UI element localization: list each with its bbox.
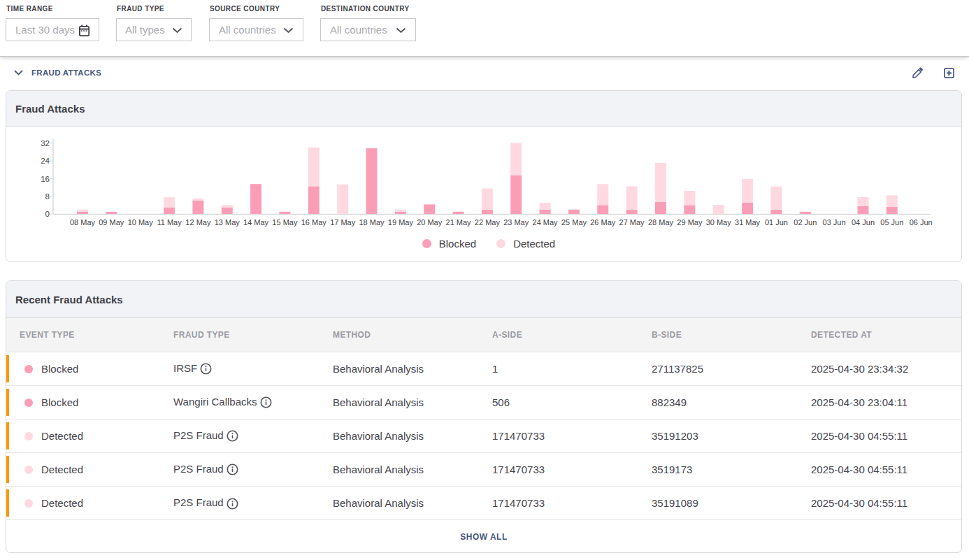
svg-text:08 May: 08 May (70, 218, 96, 227)
svg-text:0: 0 (45, 210, 50, 218)
svg-text:24: 24 (41, 157, 50, 165)
svg-text:18 May: 18 May (359, 218, 385, 227)
svg-text:32: 32 (41, 139, 50, 148)
svg-text:19 May: 19 May (388, 218, 414, 227)
svg-text:15 May: 15 May (272, 218, 298, 227)
svg-text:12 May: 12 May (185, 218, 211, 227)
svg-text:29 May: 29 May (677, 218, 703, 227)
svg-text:26 May: 26 May (590, 218, 616, 227)
svg-text:8: 8 (45, 192, 50, 201)
svg-text:14 May: 14 May (243, 218, 269, 227)
svg-text:13 May: 13 May (215, 218, 241, 227)
svg-text:22 May: 22 May (475, 218, 501, 227)
svg-text:28 May: 28 May (648, 218, 674, 227)
svg-text:20 May: 20 May (417, 218, 443, 227)
svg-text:23 May: 23 May (503, 218, 529, 227)
svg-text:11 May: 11 May (157, 218, 182, 227)
svg-text:30 May: 30 May (706, 218, 732, 227)
svg-text:06 Jun: 06 Jun (910, 218, 933, 227)
svg-text:17 May: 17 May (330, 218, 356, 227)
svg-text:09 May: 09 May (99, 218, 124, 227)
svg-text:03 Jun: 03 Jun (823, 218, 846, 227)
svg-text:04 Jun: 04 Jun (852, 218, 875, 227)
svg-text:01 Jun: 01 Jun (765, 218, 788, 227)
svg-text:10 May: 10 May (128, 218, 154, 227)
svg-text:31 May: 31 May (735, 218, 761, 227)
svg-text:25 May: 25 May (561, 218, 587, 227)
svg-text:16: 16 (41, 175, 50, 183)
svg-text:02 Jun: 02 Jun (794, 218, 817, 227)
svg-text:05 Jun: 05 Jun (880, 218, 903, 227)
svg-text:24 May: 24 May (533, 218, 559, 227)
svg-text:27 May: 27 May (619, 218, 645, 227)
svg-text:16 May: 16 May (301, 218, 327, 227)
svg-text:21 May: 21 May (446, 218, 472, 227)
